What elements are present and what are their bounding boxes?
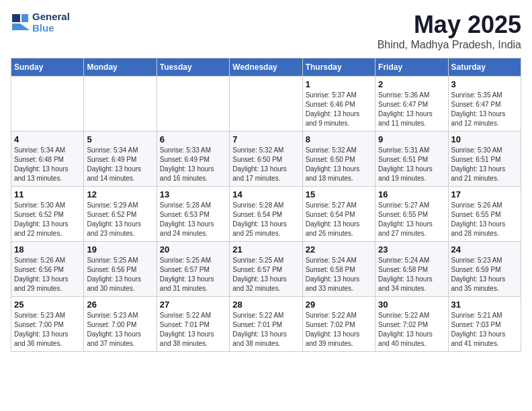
- calendar-cell: 13Sunrise: 5:28 AMSunset: 6:53 PMDayligh…: [157, 187, 229, 242]
- day-info: Sunrise: 5:27 AMSunset: 6:55 PMDaylight:…: [378, 201, 445, 238]
- day-info: Sunrise: 5:25 AMSunset: 6:57 PMDaylight:…: [232, 256, 299, 293]
- calendar-cell: 5Sunrise: 5:34 AMSunset: 6:49 PMDaylight…: [84, 132, 157, 187]
- calendar-table: SundayMondayTuesdayWednesdayThursdayFrid…: [11, 58, 521, 352]
- day-number: 30: [378, 300, 445, 310]
- calendar-cell: [84, 77, 157, 132]
- calendar-cell: 4Sunrise: 5:34 AMSunset: 6:48 PMDaylight…: [11, 132, 84, 187]
- calendar-cell: 3Sunrise: 5:35 AMSunset: 6:47 PMDaylight…: [448, 77, 521, 132]
- day-info: Sunrise: 5:37 AMSunset: 6:46 PMDaylight:…: [306, 91, 372, 128]
- title-area: May 2025 Bhind, Madhya Pradesh, India: [378, 11, 521, 51]
- calendar-cell: 23Sunrise: 5:24 AMSunset: 6:58 PMDayligh…: [375, 242, 448, 297]
- calendar-cell: [11, 77, 84, 132]
- day-number: 6: [160, 134, 226, 144]
- day-number: 28: [232, 300, 299, 310]
- calendar-cell: 26Sunrise: 5:23 AMSunset: 7:00 PMDayligh…: [84, 297, 157, 352]
- calendar-cell: 22Sunrise: 5:24 AMSunset: 6:58 PMDayligh…: [302, 242, 375, 297]
- day-info: Sunrise: 5:22 AMSunset: 7:02 PMDaylight:…: [306, 311, 372, 349]
- calendar-cell: 19Sunrise: 5:25 AMSunset: 6:56 PMDayligh…: [84, 242, 157, 297]
- day-info: Sunrise: 5:27 AMSunset: 6:54 PMDaylight:…: [306, 201, 372, 238]
- calendar-cell: 18Sunrise: 5:26 AMSunset: 6:56 PMDayligh…: [11, 242, 84, 297]
- day-info: Sunrise: 5:32 AMSunset: 6:50 PMDaylight:…: [232, 146, 299, 183]
- day-info: Sunrise: 5:21 AMSunset: 7:03 PMDaylight:…: [451, 311, 518, 349]
- day-number: 18: [14, 244, 81, 255]
- calendar-cell: 2Sunrise: 5:36 AMSunset: 6:47 PMDaylight…: [375, 77, 448, 132]
- day-number: 12: [87, 189, 153, 199]
- day-number: 27: [160, 300, 226, 310]
- day-info: Sunrise: 5:22 AMSunset: 7:01 PMDaylight:…: [160, 311, 226, 349]
- svg-rect-1: [12, 14, 20, 22]
- day-info: Sunrise: 5:23 AMSunset: 7:00 PMDaylight:…: [87, 311, 153, 349]
- calendar-cell: 7Sunrise: 5:32 AMSunset: 6:50 PMDaylight…: [230, 132, 302, 187]
- day-number: 9: [378, 134, 445, 144]
- calendar-cell: 20Sunrise: 5:25 AMSunset: 6:57 PMDayligh…: [157, 242, 229, 297]
- logo-text: General Blue: [32, 11, 70, 34]
- weekday-header-tuesday: Tuesday: [157, 58, 229, 77]
- calendar-cell: 12Sunrise: 5:29 AMSunset: 6:52 PMDayligh…: [84, 187, 157, 242]
- day-number: 2: [378, 79, 445, 89]
- day-info: Sunrise: 5:23 AMSunset: 6:59 PMDaylight:…: [451, 256, 518, 293]
- day-info: Sunrise: 5:30 AMSunset: 6:51 PMDaylight:…: [451, 146, 518, 183]
- weekday-header-monday: Monday: [84, 58, 157, 77]
- weekday-header-friday: Friday: [375, 58, 448, 77]
- day-number: 31: [451, 300, 518, 310]
- day-number: 25: [14, 300, 81, 310]
- day-number: 4: [14, 134, 81, 144]
- day-info: Sunrise: 5:30 AMSunset: 6:52 PMDaylight:…: [14, 201, 81, 238]
- day-number: 16: [378, 189, 445, 199]
- day-info: Sunrise: 5:26 AMSunset: 6:56 PMDaylight:…: [14, 256, 81, 293]
- day-info: Sunrise: 5:28 AMSunset: 6:54 PMDaylight:…: [232, 201, 299, 238]
- day-number: 3: [451, 79, 518, 89]
- calendar-cell: [157, 77, 229, 132]
- day-info: Sunrise: 5:34 AMSunset: 6:49 PMDaylight:…: [87, 146, 153, 183]
- day-number: 10: [451, 134, 518, 144]
- week-row-4: 18Sunrise: 5:26 AMSunset: 6:56 PMDayligh…: [11, 242, 521, 297]
- day-number: 17: [451, 189, 518, 199]
- day-number: 19: [87, 244, 153, 255]
- day-number: 26: [87, 300, 153, 310]
- day-number: 29: [306, 300, 372, 310]
- week-row-2: 4Sunrise: 5:34 AMSunset: 6:48 PMDaylight…: [11, 132, 521, 187]
- day-info: Sunrise: 5:25 AMSunset: 6:57 PMDaylight:…: [160, 256, 226, 293]
- week-row-1: 1Sunrise: 5:37 AMSunset: 6:46 PMDaylight…: [11, 77, 521, 132]
- day-number: 13: [160, 189, 226, 199]
- weekday-header-row: SundayMondayTuesdayWednesdayThursdayFrid…: [11, 58, 521, 77]
- day-info: Sunrise: 5:33 AMSunset: 6:49 PMDaylight:…: [160, 146, 226, 183]
- calendar-cell: 8Sunrise: 5:32 AMSunset: 6:50 PMDaylight…: [302, 132, 375, 187]
- day-number: 8: [306, 134, 372, 144]
- week-row-5: 25Sunrise: 5:23 AMSunset: 7:00 PMDayligh…: [11, 297, 521, 352]
- calendar-body: 1Sunrise: 5:37 AMSunset: 6:46 PMDaylight…: [11, 77, 521, 352]
- day-info: Sunrise: 5:24 AMSunset: 6:58 PMDaylight:…: [306, 256, 372, 293]
- calendar-cell: 10Sunrise: 5:30 AMSunset: 6:51 PMDayligh…: [448, 132, 521, 187]
- weekday-header-wednesday: Wednesday: [230, 58, 302, 77]
- weekday-header-thursday: Thursday: [302, 58, 375, 77]
- calendar-cell: 28Sunrise: 5:22 AMSunset: 7:01 PMDayligh…: [230, 297, 302, 352]
- calendar-cell: 29Sunrise: 5:22 AMSunset: 7:02 PMDayligh…: [302, 297, 375, 352]
- day-number: 24: [451, 244, 518, 255]
- day-number: 20: [160, 244, 226, 255]
- location-title: Bhind, Madhya Pradesh, India: [378, 39, 521, 51]
- calendar-cell: 27Sunrise: 5:22 AMSunset: 7:01 PMDayligh…: [157, 297, 229, 352]
- day-number: 14: [232, 189, 299, 199]
- day-info: Sunrise: 5:31 AMSunset: 6:51 PMDaylight:…: [378, 146, 445, 183]
- calendar-cell: 11Sunrise: 5:30 AMSunset: 6:52 PMDayligh…: [11, 187, 84, 242]
- calendar-cell: [230, 77, 302, 132]
- calendar-cell: 21Sunrise: 5:25 AMSunset: 6:57 PMDayligh…: [230, 242, 302, 297]
- day-info: Sunrise: 5:24 AMSunset: 6:58 PMDaylight:…: [378, 256, 445, 293]
- day-info: Sunrise: 5:34 AMSunset: 6:48 PMDaylight:…: [14, 146, 81, 183]
- day-info: Sunrise: 5:26 AMSunset: 6:55 PMDaylight:…: [451, 201, 518, 238]
- weekday-header-saturday: Saturday: [448, 58, 521, 77]
- calendar-cell: 17Sunrise: 5:26 AMSunset: 6:55 PMDayligh…: [448, 187, 521, 242]
- logo: General Blue: [11, 11, 70, 34]
- day-number: 5: [87, 134, 153, 144]
- day-info: Sunrise: 5:23 AMSunset: 7:00 PMDaylight:…: [14, 311, 81, 349]
- svg-rect-2: [21, 14, 28, 22]
- calendar-cell: 14Sunrise: 5:28 AMSunset: 6:54 PMDayligh…: [230, 187, 302, 242]
- calendar-cell: 30Sunrise: 5:22 AMSunset: 7:02 PMDayligh…: [375, 297, 448, 352]
- calendar-cell: 16Sunrise: 5:27 AMSunset: 6:55 PMDayligh…: [375, 187, 448, 242]
- week-row-3: 11Sunrise: 5:30 AMSunset: 6:52 PMDayligh…: [11, 187, 521, 242]
- day-number: 23: [378, 244, 445, 255]
- day-info: Sunrise: 5:28 AMSunset: 6:53 PMDaylight:…: [160, 201, 226, 238]
- day-number: 22: [306, 244, 372, 255]
- calendar-cell: 9Sunrise: 5:31 AMSunset: 6:51 PMDaylight…: [375, 132, 448, 187]
- header: General Blue May 2025 Bhind, Madhya Prad…: [11, 11, 521, 51]
